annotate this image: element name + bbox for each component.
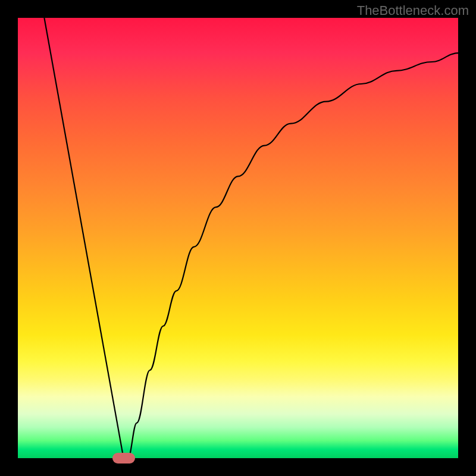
left-line-curve: [44, 18, 123, 458]
minimum-marker: [112, 453, 135, 464]
right-curve: [128, 53, 458, 458]
chart-plot-area: [18, 18, 458, 458]
watermark-text: TheBottleneck.com: [357, 3, 469, 18]
chart-curves: [18, 18, 458, 458]
